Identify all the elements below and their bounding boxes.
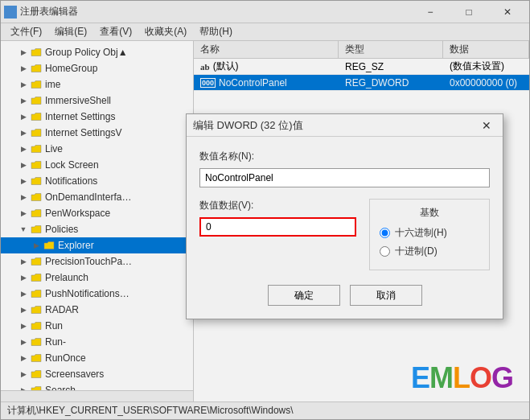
value-name-input[interactable] [199,168,490,187]
cancel-button[interactable]: 取消 [350,285,422,306]
dialog-title-bar: 编辑 DWORD (32 位)值 ✕ [187,114,503,137]
dialog-close-button[interactable]: ✕ [477,117,496,134]
value-data-label: 数值数据(V): [199,199,356,212]
dialog-data-row: 数值数据(V): 基数 十六进制(H) 十进制(D) [199,199,490,270]
main-window: 注册表编辑器 − □ ✕ 文件(F) 编辑(E) 查看(V) 收藏夹(A) 帮助… [0,0,530,420]
dialog-data-section: 数值数据(V): [199,199,356,270]
radio-dec-text: 十进制(D) [395,245,438,258]
base-group: 基数 十六进制(H) 十进制(D) [369,199,490,270]
dialog-title-text: 编辑 DWORD (32 位)值 [193,118,477,133]
radio-hex-text: 十六进制(H) [395,226,447,240]
radio-hex-label[interactable]: 十六进制(H) [380,226,479,240]
radio-hex[interactable] [380,228,390,238]
edit-dword-dialog: 编辑 DWORD (32 位)值 ✕ 数值名称(N): 数值数据(V): 基数 [186,113,503,319]
dialog-body: 数值名称(N): 数值数据(V): 基数 十六进制(H) [187,137,503,319]
radio-dec-label[interactable]: 十进制(D) [380,245,479,258]
modal-overlay: 编辑 DWORD (32 位)值 ✕ 数值名称(N): 数值数据(V): 基数 [1,1,529,419]
dialog-buttons: 确定 取消 [199,282,490,306]
ok-button[interactable]: 确定 [268,285,340,306]
value-data-input[interactable] [199,217,356,237]
radio-dec[interactable] [380,246,390,257]
base-label: 基数 [380,206,479,220]
value-name-label: 数值名称(N): [199,150,490,163]
